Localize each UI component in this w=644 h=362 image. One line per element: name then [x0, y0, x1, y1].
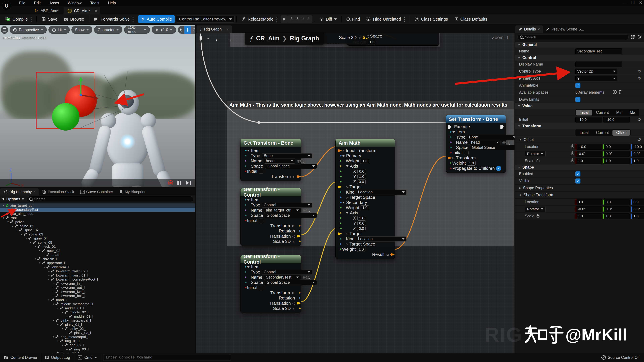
debug-step-icon[interactable] [301, 17, 305, 21]
hide-unrelated-button[interactable]: Hide Unrelated••• [363, 14, 408, 24]
tree-item-SecondaryTest[interactable]: –SecondaryTest [0, 208, 195, 212]
pin-input[interactable] [242, 204, 245, 206]
tab-close-icon[interactable]: × [226, 27, 228, 31]
pin-vector[interactable] [362, 36, 365, 39]
viewport-pill-lit[interactable]: Lit [48, 26, 70, 34]
debug-step-icon[interactable] [290, 17, 294, 21]
asset-tab-ABP_Aim[interactable]: ABP_Aim* [30, 7, 62, 14]
subsection-shape-properties[interactable]: ▶Shape Properties [515, 184, 644, 191]
menu-edit[interactable]: Edit [30, 0, 45, 6]
rotation-format-dropdown[interactable]: Rotator [525, 206, 546, 212]
expand-arrow-icon[interactable] [247, 150, 250, 151]
tree-item-lowerarm_out_l[interactable]: –lowerarm_out_l [0, 286, 195, 290]
pin-input[interactable] [242, 271, 245, 273]
pin-input[interactable] [338, 149, 340, 152]
diff-button[interactable]: Diff [316, 14, 340, 24]
tab-execution-stack[interactable]: Execution Stack [38, 188, 77, 195]
tree-item-neck_01[interactable]: ▾neck_01 [0, 245, 195, 249]
compile-button[interactable]: Compile••• [2, 14, 35, 24]
viewport-pill-x10[interactable]: x1.0 [152, 26, 176, 34]
expand-arrow-icon[interactable]: ▾ [33, 245, 37, 248]
expand-arrow-icon[interactable]: ▾ [52, 335, 55, 338]
hierarchy-search[interactable] [27, 196, 193, 202]
tree-item-spine_03[interactable]: ▾spine_03 [0, 232, 195, 237]
tree-item-upperarm_l[interactable]: ▾upperarm_l [0, 261, 195, 265]
pin-input[interactable] [448, 146, 450, 149]
lock-open-icon[interactable] [536, 158, 540, 163]
pin-dropdown[interactable]: Control [262, 270, 312, 275]
property-text-input[interactable] [576, 61, 622, 67]
exec-pin-in[interactable] [448, 125, 451, 129]
class-settings-button[interactable]: Class Settings [412, 14, 451, 24]
reset-to-default-icon[interactable]: ↺ [634, 76, 644, 81]
tree-item-middle_01_l[interactable]: ▾middle_01_l [0, 306, 195, 310]
close-icon[interactable]: ✕ [639, 0, 642, 5]
expand-arrow-icon[interactable]: ▾ [60, 327, 64, 330]
segment-current[interactable]: Current [592, 110, 613, 115]
tree-item-spine_04[interactable]: ▾spine_04 [0, 236, 195, 241]
expand-arrow-icon[interactable]: ▾ [42, 266, 46, 269]
cmd-button[interactable]: Cmd [74, 353, 101, 362]
debug-step-icon[interactable] [295, 17, 299, 21]
maximize-icon[interactable]: ❐ [631, 0, 634, 5]
expand-arrow-icon[interactable] [346, 212, 348, 214]
tree-item-use_aim_node[interactable]: –use_aim_node [0, 212, 195, 216]
rotate-icon[interactable] [191, 26, 195, 34]
number-input[interactable]: -0.0° [576, 206, 602, 212]
expand-arrow-icon[interactable]: ▾ [52, 303, 55, 306]
graph-breadcrumb[interactable]: ƒCR_Aim❯Rig Graph [245, 32, 324, 45]
tree-item-root[interactable]: ▾root [0, 216, 195, 220]
property-dropdown[interactable]: Vector 2D [576, 68, 617, 74]
details-search[interactable] [518, 34, 628, 40]
segment-min[interactable]: Min [612, 110, 626, 115]
auto-compile-button[interactable]: Auto Compile [138, 15, 175, 23]
pin-input[interactable] [338, 217, 340, 219]
releasemode-button[interactable]: ReleaseMode••• [238, 14, 280, 24]
pin-input[interactable] [448, 131, 450, 133]
tree-item-neck_02[interactable]: ▾neck_02 [0, 249, 195, 253]
pin-input[interactable] [338, 212, 340, 214]
expand-arrow-icon[interactable] [247, 199, 250, 201]
tree-item-lowerarm_correctiveRoot_l[interactable]: ▾lowerarm_correctiveRoot_l [0, 277, 195, 282]
pin-dropdown[interactable]: Global Space [470, 145, 514, 150]
pin-input[interactable] [242, 199, 245, 201]
number-input[interactable]: 1.0 [603, 213, 630, 219]
expand-arrow-icon[interactable]: ▾ [60, 311, 64, 314]
tree-item-lowerarm_bck_l[interactable]: –lowerarm_bck_l [0, 294, 195, 298]
pin-output[interactable] [297, 175, 299, 178]
tab-my-blueprint[interactable]: My Blueprint [116, 188, 148, 195]
pin-input[interactable] [242, 286, 245, 289]
pin-dropdown[interactable]: Bone [262, 153, 312, 158]
segment-initial[interactable]: Initial [576, 110, 592, 115]
tab-details[interactable]: Details× [515, 25, 543, 33]
output-log-button[interactable]: Output Log [41, 353, 74, 362]
pin-value-input[interactable]: 1.0 [360, 159, 369, 163]
pin-input[interactable] [242, 276, 245, 279]
debug-play-button[interactable] [280, 15, 288, 23]
expand-arrow-icon[interactable]: ▾ [52, 319, 55, 322]
segment-offset[interactable]: Offset [612, 130, 630, 136]
tree-item-middle_02_l[interactable]: ▾middle_02_l [0, 310, 195, 314]
options-button[interactable]: Options [2, 197, 24, 201]
node-gt-control-1[interactable]: Get Transform - ControlItemTypeControlNa… [240, 188, 301, 246]
lock-open-icon[interactable] [536, 214, 540, 219]
pin-input[interactable] [338, 170, 340, 173]
section-general[interactable]: ▼General [515, 41, 644, 48]
tab-rig-hierarchy[interactable]: Rig Hierarchy× [0, 188, 38, 195]
number-input[interactable]: -10.0 [631, 144, 644, 150]
number-input[interactable]: 0.0 [603, 199, 630, 205]
subsection-shape-transform[interactable]: ▼Shape Transform [515, 191, 644, 198]
step-forward-button[interactable] [186, 181, 191, 185]
pin-output[interactable] [297, 235, 299, 238]
menu-help[interactable]: Help [104, 0, 120, 6]
pin-value-input[interactable]: 1.0 [358, 174, 366, 179]
delete-array-icon[interactable] [618, 90, 622, 95]
tree-item-lowerarm_in_l[interactable]: –lowerarm_in_l [0, 282, 195, 286]
pin-checkbox[interactable] [259, 169, 263, 174]
number-input[interactable]: -0.0° [576, 151, 602, 157]
node-header[interactable]: Get Transform - Bone [240, 139, 301, 147]
pin-checkbox[interactable] [259, 286, 263, 290]
expand-arrow-icon[interactable]: ▾ [6, 220, 10, 223]
viewport-pill-show[interactable]: Show [72, 26, 92, 34]
expand-arrow-icon[interactable]: ▾ [24, 237, 28, 240]
